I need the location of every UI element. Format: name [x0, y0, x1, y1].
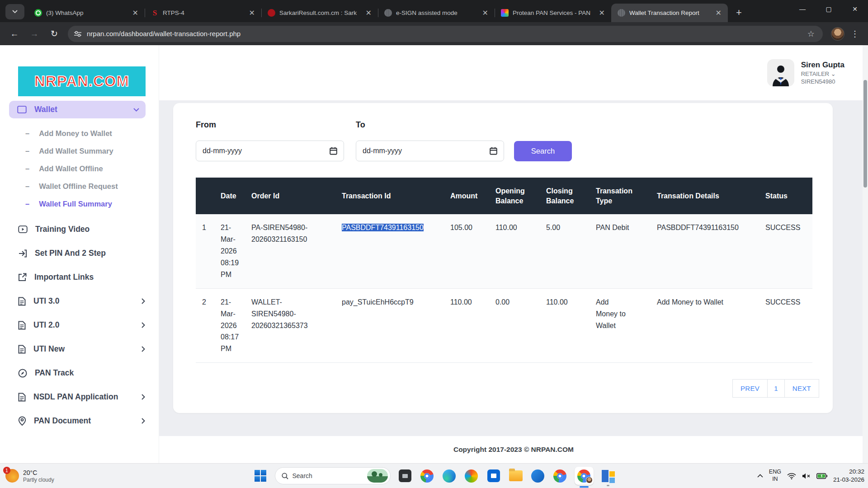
sidebar-item-pan-document[interactable]: PAN Document: [0, 409, 159, 433]
calendar-icon[interactable]: [490, 147, 497, 155]
location-pin-icon: [18, 416, 26, 426]
taskbar-microsoft365-icon[interactable]: [600, 468, 616, 483]
globe-icon: [618, 9, 625, 17]
tab-protean[interactable]: Protean PAN Services - PAN ✕: [495, 4, 611, 22]
taskbar-store-icon[interactable]: [486, 468, 501, 483]
calendar-icon[interactable]: [330, 147, 337, 155]
language-indicator[interactable]: ENG IN: [769, 469, 781, 483]
close-icon[interactable]: ✕: [713, 9, 724, 17]
external-link-icon: [18, 273, 27, 282]
sidebar-item-uti-30[interactable]: UTI 3.0: [0, 289, 159, 313]
tab-whatsapp[interactable]: (3) WhatsApp ✕: [28, 4, 145, 22]
user-role[interactable]: RETAILER ⌄: [801, 70, 844, 77]
page-number-button[interactable]: 1: [767, 379, 785, 398]
column-transation-type: Transation Type: [596, 178, 657, 214]
copyright-footer: Copyright 2017-2023 © NRPAN.COM: [159, 436, 868, 463]
page-scrollbar[interactable]: [863, 45, 868, 463]
tab-esign[interactable]: e-SIGN assisted mode ✕: [378, 4, 495, 22]
table-header-row: Date Order Id Transaction Id Amount Open…: [196, 178, 812, 214]
tab-title: Protean PAN Services - PAN: [513, 9, 592, 16]
close-icon[interactable]: ✕: [246, 9, 258, 17]
sidebar-item-pan-track[interactable]: PAN Track: [0, 361, 159, 385]
start-button[interactable]: [253, 468, 268, 483]
cell-transaction-id[interactable]: PASBDDFT74391163150: [342, 214, 450, 288]
user-info[interactable]: Siren Gupta RETAILER ⌄ SIREN54980: [801, 61, 844, 85]
document-icon: [18, 321, 26, 330]
sidebar-item-wallet-full-summary[interactable]: – Wallet Full Summary: [0, 195, 159, 213]
new-tab-button[interactable]: +: [732, 7, 745, 19]
tab-title: SarkariResult.com.cm : Sark: [279, 9, 359, 16]
url-text[interactable]: nrpan.com/dashboard/wallet-transaction-r…: [87, 30, 806, 38]
bookmark-star-icon[interactable]: ☆: [806, 29, 816, 39]
close-icon[interactable]: ✕: [363, 9, 374, 17]
from-date-input[interactable]: dd-mm-yyyy: [196, 141, 344, 161]
prev-button[interactable]: PREV: [732, 379, 768, 398]
to-date-input[interactable]: dd-mm-yyyy: [356, 141, 504, 161]
taskbar-weather-widget[interactable]: 1 20°C Partly cloudy: [5, 469, 54, 483]
tab-sarkariresult[interactable]: SarkariResult.com.cm : Sark ✕: [261, 4, 378, 22]
scrollbar-thumb[interactable]: [863, 80, 867, 188]
minimize-button[interactable]: —: [789, 0, 816, 18]
wifi-icon[interactable]: [787, 473, 796, 479]
chevron-right-icon: [142, 322, 145, 328]
search-highlight-image[interactable]: [367, 469, 388, 483]
taskbar-chrome-icon[interactable]: [552, 468, 568, 483]
site-logo[interactable]: NRPAN.COM: [18, 66, 146, 96]
sidebar-item-important-links[interactable]: Important Links: [0, 265, 159, 289]
close-window-button[interactable]: ✕: [842, 0, 868, 18]
sidebar-item-add-wallet-offline[interactable]: – Add Wallet Offline: [0, 160, 159, 178]
chevron-down-icon: [12, 10, 18, 14]
taskbar-chrome-active-icon[interactable]: [575, 467, 594, 485]
taskbar-edge-icon[interactable]: [442, 468, 457, 483]
tab-wallet-transaction-report[interactable]: Wallet Transaction Report ✕: [611, 4, 728, 22]
pagination: PREV 1 NEXT: [196, 379, 830, 398]
battery-charging-icon[interactable]: [816, 473, 827, 479]
cell-transation-details: PASBDDFT74391163150: [657, 214, 765, 288]
tab-rtps[interactable]: S RTPS-4 ✕: [145, 4, 261, 22]
close-icon[interactable]: ✕: [596, 9, 608, 17]
sidebar-item-add-wallet-summary[interactable]: – Add Wallet Summary: [0, 142, 159, 160]
browser-menu-icon[interactable]: ⋮: [849, 29, 863, 39]
taskbar-app-blue-icon[interactable]: [530, 468, 546, 483]
taskbar-file-explorer-icon[interactable]: [508, 468, 524, 483]
close-icon[interactable]: ✕: [480, 9, 491, 17]
browser-toolbar: ← → ↻ nrpan.com/dashboard/wallet-transac…: [0, 22, 868, 45]
reload-icon[interactable]: ↻: [47, 26, 62, 42]
site-info-icon[interactable]: [74, 31, 81, 37]
search-button[interactable]: Search: [514, 141, 572, 161]
next-button[interactable]: NEXT: [784, 379, 819, 398]
sidebar-item-training-video[interactable]: Training Video: [0, 217, 159, 241]
sidebar-item-uti-new[interactable]: UTI New: [0, 337, 159, 361]
taskbar-firefox-icon[interactable]: [420, 468, 435, 483]
close-icon[interactable]: ✕: [130, 9, 141, 17]
tray-chevron-up-icon[interactable]: [757, 474, 763, 478]
tab-search-button[interactable]: [5, 4, 24, 19]
taskbar-clock[interactable]: 20:32 21-03-2026: [833, 468, 864, 484]
active-app-indicator: [580, 486, 589, 488]
sidebar-item-nsdl-pan-application[interactable]: NSDL PAN Application: [0, 385, 159, 409]
sidebar-item-uti-20[interactable]: UTI 2.0: [0, 313, 159, 337]
column-opening-balance: Opening Balance: [495, 178, 546, 214]
browser-profile-avatar[interactable]: [831, 27, 844, 41]
dash-icon: –: [25, 200, 29, 208]
address-bar[interactable]: nrpan.com/dashboard/wallet-transaction-r…: [68, 26, 823, 42]
cell-transaction-id[interactable]: pay_STuicEhH6ccpT9: [342, 288, 450, 363]
selected-text: PASBDDFT74391163150: [342, 224, 424, 231]
forward-icon[interactable]: →: [27, 26, 42, 42]
sidebar-item-set-pin[interactable]: Set PIN And 2 Step: [0, 241, 159, 265]
taskbar-copilot-icon[interactable]: [464, 468, 479, 483]
date-placeholder: dd-mm-yyyy: [203, 147, 242, 155]
cell-amount: 105.00: [450, 214, 495, 288]
sidebar-item-add-money-to-wallet[interactable]: – Add Money to Wallet: [0, 125, 159, 142]
volume-muted-icon[interactable]: [802, 473, 811, 479]
maximize-button[interactable]: ▢: [816, 0, 842, 18]
back-icon[interactable]: ←: [7, 26, 22, 42]
taskbar-app-dark-icon[interactable]: [397, 468, 413, 483]
sidebar-item-wallet-offline-request[interactable]: – Wallet Offline Request: [0, 178, 159, 195]
weather-icon: 1: [5, 469, 19, 483]
sidebar-item-label: Add Wallet Offline: [39, 164, 103, 173]
taskbar-search-input[interactable]: Search: [275, 467, 391, 484]
user-avatar[interactable]: [767, 59, 794, 86]
sidebar-item-wallet[interactable]: Wallet: [9, 101, 146, 118]
weather-condition: Partly cloudy: [23, 477, 54, 483]
